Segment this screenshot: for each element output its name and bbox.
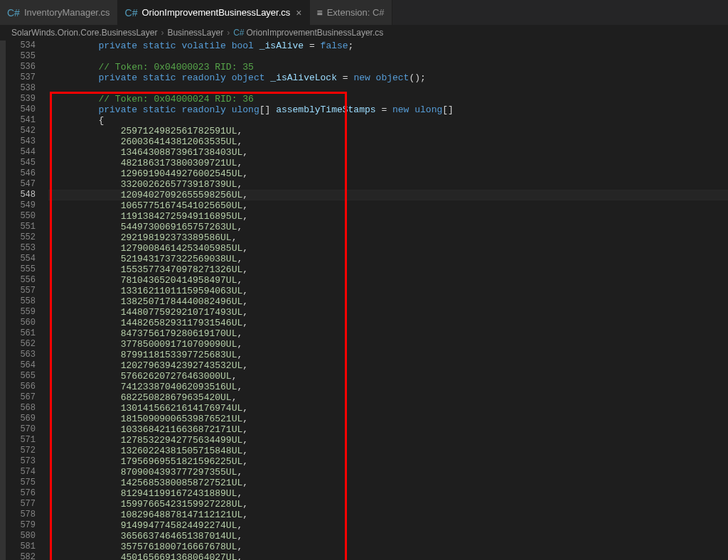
line-number[interactable]: 544 [6,147,36,158]
line-number[interactable]: 570 [6,424,36,435]
code-line[interactable]: 10657751674541025650UL, [54,200,728,211]
line-number[interactable]: 564 [6,360,36,371]
line-number[interactable]: 537 [6,72,36,83]
editor-tab-2[interactable]: ≡Extension: C# [310,0,392,25]
code-line[interactable]: 15997665423159927228UL, [54,499,728,510]
line-number[interactable]: 551 [6,222,36,232]
code-line[interactable]: 5449730069165757263UL, [54,222,728,232]
code-line[interactable]: 7810436520414958497UL, [54,275,728,286]
editor-tab-0[interactable]: C#InventoryManager.cs [0,0,118,25]
line-number[interactable]: 534 [6,41,36,51]
line-number[interactable]: 568 [6,403,36,414]
line-number[interactable]: 556 [6,275,36,286]
line-number[interactable]: 535 [6,51,36,62]
line-number[interactable]: 571 [6,435,36,446]
code-line[interactable]: 682250828679635420UL, [54,392,728,403]
code-line[interactable]: 7412338704062093516UL, [54,382,728,392]
line-number[interactable]: 554 [6,254,36,264]
line-number[interactable]: 546 [6,168,36,179]
code-line[interactable]: 4501656691368064027UL, [54,552,728,560]
line-number[interactable]: 553 [6,243,36,254]
code-line[interactable]: 13464308873961738403UL, [54,147,728,158]
code-line[interactable]: // Token: 0x04000024 RID: 36 [54,94,728,104]
line-number[interactable]: 580 [6,531,36,542]
line-number[interactable]: 566 [6,382,36,392]
code-line[interactable]: 9149947745824492274UL, [54,520,728,531]
line-number[interactable]: 558 [6,296,36,307]
code-line[interactable]: 3778500091710709090UL, [54,339,728,350]
line-number[interactable]: 552 [6,232,36,243]
code-line[interactable]: 3656637464651387014UL, [54,531,728,542]
code-line[interactable]: 12785322942775634499UL, [54,435,728,446]
line-number[interactable]: 550 [6,211,36,222]
line-number[interactable]: 577 [6,499,36,510]
line-number[interactable]: 578 [6,510,36,520]
line-number[interactable]: 540 [6,104,36,115]
code-line[interactable]: 8709004393777297355UL, [54,467,728,478]
line-number[interactable]: 536 [6,62,36,72]
code-line[interactable]: 5219431737322569038UL, [54,254,728,264]
code-line[interactable]: 14256853800858727521UL, [54,478,728,488]
code-line[interactable]: { [54,115,728,126]
code-line[interactable]: 3575761800716667678UL, [54,542,728,552]
line-number[interactable]: 541 [6,115,36,126]
breadcrumb[interactable]: SolarWinds.Orion.Core.BusinessLayer›Busi… [0,25,728,41]
code-line[interactable]: 292198192373389586UL, [54,232,728,243]
line-number[interactable]: 569 [6,414,36,424]
editor-tab-1[interactable]: C#OrionImprovementBusinessLayer.cs× [118,0,310,25]
code-line[interactable]: private static volatile bool _isAlive = … [54,41,728,51]
code-line[interactable]: 2597124982561782591UL, [54,126,728,136]
code-line[interactable]: 14482658293117931546UL, [54,318,728,328]
line-number[interactable]: 565 [6,371,36,382]
breadcrumb-item-1[interactable]: BusinessLayer [167,28,223,38]
line-number[interactable]: 559 [6,307,36,318]
line-number[interactable]: 582 [6,552,36,560]
code-line[interactable]: // Token: 0x04000023 RID: 35 [54,62,728,72]
code-line[interactable]: private static readonly object _isAliveL… [54,72,728,83]
line-number[interactable]: 563 [6,350,36,360]
line-number[interactable]: 543 [6,136,36,147]
code-line[interactable]: private static readonly ulong[] assembly… [54,104,728,115]
line-number[interactable]: 573 [6,456,36,467]
code-line[interactable]: 10829648878147112121UL, [54,510,728,520]
line-number[interactable]: 548 [6,190,36,200]
code-line[interactable] [54,51,728,62]
line-number[interactable]: 562 [6,339,36,350]
code-line[interactable]: 4821863173800309721UL, [54,158,728,168]
line-number[interactable]: 545 [6,158,36,168]
code-line[interactable]: 12027963942392743532UL, [54,360,728,371]
line-number[interactable]: 576 [6,488,36,499]
line-number[interactable]: 557 [6,286,36,296]
line-number[interactable]: 561 [6,328,36,339]
code-line[interactable]: 13260224381505715848UL, [54,446,728,456]
close-icon[interactable]: × [296,7,301,18]
code-line[interactable]: 8799118153397725683UL, [54,350,728,360]
code-line[interactable]: 13014156621614176974UL, [54,403,728,414]
line-number[interactable]: 539 [6,94,36,104]
code-line[interactable] [54,83,728,94]
code-line[interactable]: 3320026265773918739UL, [54,179,728,190]
line-number[interactable]: 579 [6,520,36,531]
line-number[interactable]: 567 [6,392,36,403]
breadcrumb-item-2[interactable]: OrionImprovementBusinessLayer.cs [246,28,383,38]
breadcrumb-item-0[interactable]: SolarWinds.Orion.Core.BusinessLayer [11,28,157,38]
line-number[interactable]: 574 [6,467,36,478]
line-number[interactable]: 542 [6,126,36,136]
line-number[interactable]: 572 [6,446,36,456]
code-line[interactable]: 13825071784440082496UL, [54,296,728,307]
code-line[interactable]: 13316211011159594063UL, [54,286,728,296]
code-line[interactable]: 576626207276463000UL, [54,371,728,382]
code-line[interactable]: 11913842725949116895UL, [54,211,728,222]
line-number[interactable]: 575 [6,478,36,488]
line-number[interactable]: 581 [6,542,36,552]
line-number[interactable]: 538 [6,83,36,94]
code-line[interactable]: 8129411991672431889UL, [54,488,728,499]
line-number[interactable]: 549 [6,200,36,211]
code-line[interactable]: 10336842116636872171UL, [54,424,728,435]
code-line[interactable]: 12969190449276002545UL, [54,168,728,179]
code-line[interactable]: 2600364143812063535UL, [54,136,728,147]
code-area[interactable]: private static volatile bool _isAlive = … [48,41,728,560]
code-line[interactable]: 15535773470978271326UL, [54,264,728,275]
code-line[interactable]: 17956969551821596225UL, [54,456,728,467]
code-line[interactable]: 18150909006539876521UL, [54,414,728,424]
